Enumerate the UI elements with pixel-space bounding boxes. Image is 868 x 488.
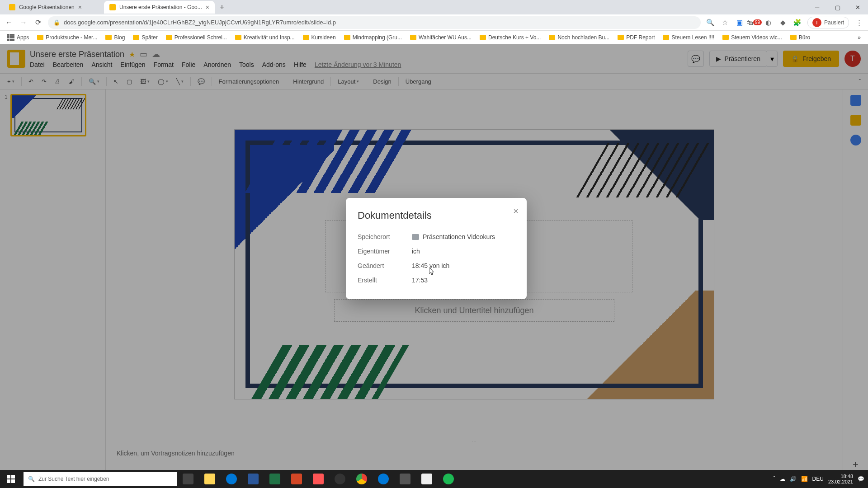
tab-current-doc[interactable]: Unsere erste Präsentation - Goo... × bbox=[104, 1, 215, 14]
url-text: docs.google.com/presentation/d/1je40CLrH… bbox=[64, 19, 336, 26]
volume-icon[interactable]: 🔊 bbox=[790, 476, 797, 482]
reload-button[interactable]: ⟳ bbox=[33, 18, 42, 27]
modal-overlay[interactable]: × Dokumentdetails Speicherort Präsentati… bbox=[0, 44, 868, 470]
bookmark-item[interactable]: Mindmapping (Gru... bbox=[341, 33, 405, 42]
chrome-button[interactable] bbox=[351, 470, 373, 488]
browser-toolbar: ← → ⟳ 🔒 docs.google.com/presentation/d/1… bbox=[0, 14, 868, 31]
bookmarks-bar: Apps Produktsuche - Mer... Blog Später P… bbox=[0, 31, 868, 44]
bookmark-item[interactable]: Steuern Videos wic... bbox=[720, 33, 785, 42]
close-icon[interactable]: × bbox=[206, 4, 209, 11]
address-bar[interactable]: 🔒 docs.google.com/presentation/d/1je40CL… bbox=[48, 16, 701, 29]
extension-icon[interactable]: 🛍99 bbox=[750, 18, 759, 27]
bookmark-item[interactable]: Deutsche Kurs + Vo... bbox=[477, 33, 543, 42]
taskbar-apps bbox=[177, 470, 459, 488]
onedrive-icon[interactable]: ☁ bbox=[780, 476, 785, 482]
apps-button[interactable]: Apps bbox=[5, 33, 32, 42]
modal-label: Eigentümer bbox=[358, 248, 412, 255]
document-details-modal: × Dokumentdetails Speicherort Präsentati… bbox=[346, 198, 527, 299]
new-tab-button[interactable]: + bbox=[216, 1, 228, 14]
search-placeholder: Zur Suche Text hier eingeben bbox=[38, 476, 109, 482]
window-controls: ─ ▢ ✕ bbox=[807, 0, 868, 14]
notifications-icon[interactable]: 💬 bbox=[858, 476, 864, 482]
taskbar-search[interactable]: 🔍 Zur Suche Text hier eingeben bbox=[24, 472, 177, 486]
lock-icon: 🔒 bbox=[53, 19, 60, 26]
bookmark-item[interactable]: Noch hochladen Bu... bbox=[546, 33, 612, 42]
extension-icon[interactable]: ▣ bbox=[735, 18, 744, 27]
bookmark-item[interactable]: Kursideen bbox=[300, 33, 339, 42]
modal-row-created: Erstellt 17:53 bbox=[358, 273, 515, 287]
word-button[interactable] bbox=[242, 470, 264, 488]
folder-icon bbox=[412, 234, 419, 240]
slides-icon bbox=[9, 4, 15, 10]
modal-row-owner: Eigentümer ich bbox=[358, 244, 515, 258]
minimize-button[interactable]: ─ bbox=[807, 0, 827, 14]
modal-label: Speicherort bbox=[358, 233, 412, 240]
tab-title: Unsere erste Präsentation - Goo... bbox=[119, 4, 202, 10]
maximize-button[interactable]: ▢ bbox=[827, 0, 848, 14]
bookmark-item[interactable]: Professionell Schrei... bbox=[163, 33, 230, 42]
pause-label: Pausiert bbox=[824, 19, 844, 26]
clock[interactable]: 18:48 23.02.2021 bbox=[828, 474, 853, 484]
task-view-button[interactable] bbox=[177, 470, 199, 488]
star-icon[interactable]: ☆ bbox=[721, 18, 730, 27]
menu-icon[interactable]: ⋮ bbox=[854, 18, 863, 27]
powerpoint-button[interactable] bbox=[286, 470, 307, 488]
extensions-icon[interactable]: 🧩 bbox=[793, 18, 802, 27]
forward-button[interactable]: → bbox=[19, 19, 28, 27]
bookmarks-overflow[interactable]: » bbox=[855, 33, 863, 42]
modal-label: Geändert bbox=[358, 262, 412, 269]
modal-value: ich bbox=[412, 248, 515, 255]
tab-title: Google Präsentationen bbox=[19, 4, 75, 10]
edge-legacy-button[interactable] bbox=[221, 470, 242, 488]
app-button[interactable] bbox=[307, 470, 329, 488]
zoom-icon[interactable]: 🔍 bbox=[706, 18, 715, 27]
modal-value[interactable]: Präsentationen Videokurs bbox=[412, 233, 515, 240]
windows-taskbar: 🔍 Zur Suche Text hier eingeben ˆ ☁ 🔊 📶 D… bbox=[0, 470, 868, 488]
tray-chevron-icon[interactable]: ˆ bbox=[774, 476, 775, 482]
search-icon: 🔍 bbox=[28, 476, 35, 482]
browser-tabs: Google Präsentationen × Unsere erste Prä… bbox=[0, 0, 868, 14]
close-button[interactable]: ✕ bbox=[848, 0, 868, 14]
app-button[interactable] bbox=[394, 470, 416, 488]
tab-google-slides[interactable]: Google Präsentationen × bbox=[4, 1, 103, 14]
notepad-button[interactable] bbox=[416, 470, 438, 488]
back-button[interactable]: ← bbox=[5, 19, 14, 27]
bookmark-item[interactable]: Büro bbox=[788, 33, 813, 42]
close-icon[interactable]: × bbox=[78, 4, 82, 11]
browser-toolbar-right: 🔍 ☆ ▣ 🛍99 ◐ ◆ 🧩 T Pausiert ⋮ bbox=[706, 17, 863, 28]
start-button[interactable] bbox=[0, 470, 22, 488]
language-indicator[interactable]: DEU bbox=[812, 476, 824, 482]
profile-pause-pill[interactable]: T Pausiert bbox=[807, 17, 849, 28]
bookmark-item[interactable]: Produktsuche - Mer... bbox=[34, 33, 100, 42]
bookmark-item[interactable]: Steuern Lesen !!!! bbox=[660, 33, 717, 42]
modal-label: Erstellt bbox=[358, 277, 412, 284]
bookmark-item[interactable]: PDF Report bbox=[615, 33, 657, 42]
extension-icon[interactable]: ◆ bbox=[778, 18, 788, 27]
modal-value: 18:45 von ich bbox=[412, 262, 515, 269]
modal-row-modified: Geändert 18:45 von ich bbox=[358, 258, 515, 273]
modal-title: Dokumentdetails bbox=[358, 210, 515, 221]
bookmark-item[interactable]: Später bbox=[130, 33, 160, 42]
bookmark-item[interactable]: Wahlfächer WU Aus... bbox=[407, 33, 474, 42]
modal-value: 17:53 bbox=[412, 277, 515, 284]
extension-icon[interactable]: ◐ bbox=[764, 18, 773, 27]
wifi-icon[interactable]: 📶 bbox=[801, 476, 808, 482]
excel-button[interactable] bbox=[264, 470, 286, 488]
bookmark-item[interactable]: Kreativität und Insp... bbox=[232, 33, 297, 42]
edge-button[interactable] bbox=[373, 470, 394, 488]
system-tray: ˆ ☁ 🔊 📶 DEU 18:48 23.02.2021 💬 bbox=[774, 474, 868, 484]
obs-button[interactable] bbox=[329, 470, 351, 488]
bookmark-item[interactable]: Blog bbox=[103, 33, 127, 42]
spotify-button[interactable] bbox=[438, 470, 459, 488]
close-icon[interactable]: × bbox=[513, 206, 519, 216]
explorer-button[interactable] bbox=[199, 470, 221, 488]
avatar: T bbox=[812, 18, 821, 27]
slides-icon bbox=[109, 4, 116, 10]
modal-row-location: Speicherort Präsentationen Videokurs bbox=[358, 230, 515, 244]
